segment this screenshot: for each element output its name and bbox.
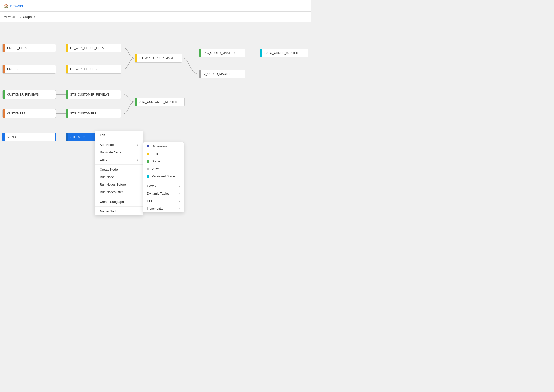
edp-arrow-icon: › [179,200,180,203]
context-menu-item-create-node[interactable]: Create Node [95,166,143,173]
context-menu-item-create-subgraph[interactable]: Create Subgraph [95,198,143,205]
node-orders[interactable]: ORDERS [2,65,56,74]
submenu-item-edp[interactable]: EDP › [143,197,184,205]
context-menu-divider-1 [95,140,143,140]
node-dt-wrk-orders[interactable]: DT_WRK_ORDERS [66,65,121,74]
browser-button[interactable]: 🏠 Browser [4,4,23,8]
context-menu-item-run-nodes-after[interactable]: Run Nodes After [95,188,143,196]
node-dt-wrk-order-master[interactable]: DT_WRK_ORDER_MASTER [135,54,182,63]
node-pstg-order-master[interactable]: PSTG_ORDER_MASTER [260,49,308,57]
node-inc-order-master[interactable]: INC_ORDER_MASTER [199,49,245,57]
node-dt-wrk-order-detail[interactable]: DT_WRK_ORDER_DETAIL [66,44,121,52]
canvas: ORDER_DETAIL ORDERS CUSTOMER_REVIEWS CUS… [0,22,311,220]
top-bar: 🏠 Browser [0,0,311,12]
context-menu-divider-2 [95,164,143,165]
context-menu-item-run-nodes-before[interactable]: Run Nodes Before [95,181,143,188]
node-stg-customer-master[interactable]: STG_CUSTOMER_MASTER [135,98,185,106]
submenu-item-stage[interactable]: Stage [143,157,184,165]
stage-color [147,160,149,163]
node-stg-customers[interactable]: STG_CUSTOMERS [66,109,121,118]
context-menu-item-delete-node[interactable]: Delete Node [95,208,143,215]
node-menu[interactable]: MENU [2,133,56,141]
submenu-divider [143,181,184,181]
arrow-icon: › [137,143,138,146]
view-as-label: View as [4,15,15,19]
submenu-item-incremental[interactable]: Incremental › [143,205,184,212]
submenu-item-view[interactable]: View [143,165,184,172]
context-menu-item-duplicate-node[interactable]: Duplicate Node [95,148,143,156]
submenu-item-fact[interactable]: Fact [143,150,184,157]
node-customers[interactable]: CUSTOMERS [2,109,56,118]
arrow-icon-copy: › [137,158,138,161]
node-order-detail[interactable]: ORDER_DETAIL [2,44,56,52]
add-node-submenu: Dimension Fact Stage View Persistent Sta… [143,142,184,212]
submenu-item-dynamic-tables[interactable]: Dynamic-Tables › [143,190,184,197]
submenu-item-cortex[interactable]: Cortex › [143,182,184,190]
context-menu-item-run-node[interactable]: Run Node [95,173,143,181]
chevron-down-icon: ▾ [34,15,35,18]
toolbar: View as ⑂ Graph ▾ [0,12,311,22]
node-v-order-master[interactable]: V_ORDER_MASTER [199,70,245,78]
context-menu: Edit Add Node › Duplicate Node Copy › Cr… [95,131,143,215]
browser-label: Browser [10,4,23,8]
view-color [147,168,149,170]
graph-icon: ⑂ [19,15,21,19]
context-menu-divider-4 [95,206,143,207]
fact-color [147,153,149,155]
node-stg-customer-reviews[interactable]: STG_CUSTOMER_REVIEWS [66,90,121,99]
context-menu-item-copy[interactable]: Copy › [95,156,143,163]
context-menu-item-edit[interactable]: Edit [95,131,143,139]
graph-dropdown[interactable]: ⑂ Graph ▾ [17,14,38,20]
node-customer-reviews[interactable]: CUSTOMER_REVIEWS [2,90,56,99]
context-menu-divider-3 [95,197,143,197]
cortex-arrow-icon: › [179,185,180,188]
submenu-item-persistent-stage[interactable]: Persistent Stage [143,172,184,180]
dimension-color [147,145,149,147]
persistent-stage-color [147,175,149,178]
incremental-arrow-icon: › [179,207,180,210]
dynamic-tables-arrow-icon: › [179,192,180,195]
context-menu-item-add-node[interactable]: Add Node › [95,141,143,148]
submenu-item-dimension[interactable]: Dimension [143,142,184,150]
home-icon: 🏠 [4,4,8,8]
graph-label: Graph [23,15,32,19]
